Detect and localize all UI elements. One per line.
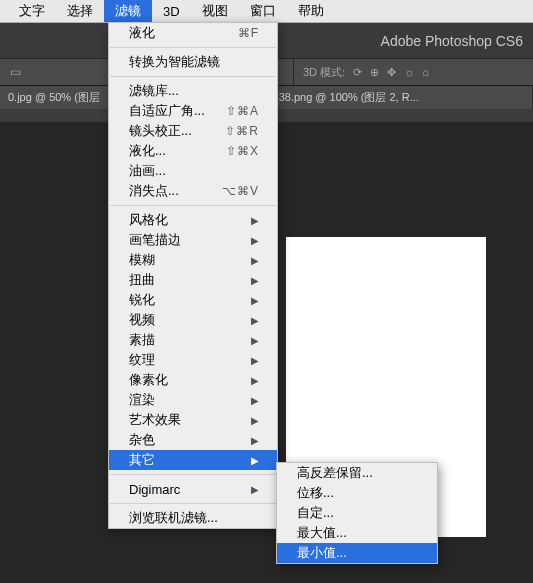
chevron-right-icon: ▶ xyxy=(251,315,259,326)
submenu-custom[interactable]: 自定... xyxy=(277,503,437,523)
menu-select[interactable]: 选择 xyxy=(56,0,104,22)
menu-item-artistic[interactable]: 艺术效果▶ xyxy=(109,410,277,430)
menu-item-vanishing[interactable]: 消失点...⌥⌘V xyxy=(109,181,277,201)
chevron-right-icon: ▶ xyxy=(251,455,259,466)
menu-item-liquify[interactable]: 液化...⇧⌘X xyxy=(109,141,277,161)
separator xyxy=(110,76,276,77)
chevron-right-icon: ▶ xyxy=(251,484,259,495)
menu-window[interactable]: 窗口 xyxy=(239,0,287,22)
menu-help[interactable]: 帮助 xyxy=(287,0,335,22)
menu-item-distort[interactable]: 扭曲▶ xyxy=(109,270,277,290)
menu-item-last-filter[interactable]: 液化 ⌘F xyxy=(109,23,277,43)
submenu-offset[interactable]: 位移... xyxy=(277,483,437,503)
light-icon[interactable]: ☼ xyxy=(404,66,414,78)
separator xyxy=(110,474,276,475)
menu-item-brush[interactable]: 画笔描边▶ xyxy=(109,230,277,250)
chevron-right-icon: ▶ xyxy=(251,435,259,446)
camera-icon[interactable]: ⌂ xyxy=(422,66,429,78)
submenu-highpass[interactable]: 高反差保留... xyxy=(277,463,437,483)
chevron-right-icon: ▶ xyxy=(251,275,259,286)
tool-icon[interactable]: ▭ xyxy=(10,65,21,79)
app-title: Adobe Photoshop CS6 xyxy=(381,33,523,49)
separator xyxy=(110,205,276,206)
separator xyxy=(110,503,276,504)
menu-item-blur[interactable]: 模糊▶ xyxy=(109,250,277,270)
menu-item-digimarc[interactable]: Digimarc▶ xyxy=(109,479,277,499)
menu-item-adaptive[interactable]: 自适应广角...⇧⌘A xyxy=(109,101,277,121)
menu-item-gallery[interactable]: 滤镜库... xyxy=(109,81,277,101)
chevron-right-icon: ▶ xyxy=(251,395,259,406)
menu-item-browse-online[interactable]: 浏览联机滤镜... xyxy=(109,508,277,528)
menu-item-texture[interactable]: 纹理▶ xyxy=(109,350,277,370)
menu-item-render[interactable]: 渲染▶ xyxy=(109,390,277,410)
pan-icon[interactable]: ⊕ xyxy=(370,66,379,79)
submenu-minimum[interactable]: 最小值... xyxy=(277,543,437,563)
menu-item-smart-filter[interactable]: 转换为智能滤镜 xyxy=(109,52,277,72)
chevron-right-icon: ▶ xyxy=(251,375,259,386)
filter-menu: 液化 ⌘F 转换为智能滤镜 滤镜库... 自适应广角...⇧⌘A 镜头校正...… xyxy=(108,22,278,529)
move-icon[interactable]: ✥ xyxy=(387,66,396,79)
menu-item-lens[interactable]: 镜头校正...⇧⌘R xyxy=(109,121,277,141)
label-3d-mode: 3D 模式: xyxy=(303,65,345,80)
menu-item-sketch[interactable]: 素描▶ xyxy=(109,330,277,350)
other-submenu: 高反差保留... 位移... 自定... 最大值... 最小值... xyxy=(276,462,438,564)
menu-3d[interactable]: 3D xyxy=(152,0,191,22)
orbit-icon[interactable]: ⟳ xyxy=(353,66,362,79)
menu-item-stylize[interactable]: 风格化▶ xyxy=(109,210,277,230)
chevron-right-icon: ▶ xyxy=(251,335,259,346)
menu-text[interactable]: 文字 xyxy=(8,0,56,22)
menu-item-other[interactable]: 其它▶ xyxy=(109,450,277,470)
menu-filter[interactable]: 滤镜 xyxy=(104,0,152,22)
menu-item-pixelate[interactable]: 像素化▶ xyxy=(109,370,277,390)
menu-item-noise[interactable]: 杂色▶ xyxy=(109,430,277,450)
menu-item-oilpaint[interactable]: 油画... xyxy=(109,161,277,181)
chevron-right-icon: ▶ xyxy=(251,355,259,366)
chevron-right-icon: ▶ xyxy=(251,415,259,426)
submenu-maximum[interactable]: 最大值... xyxy=(277,523,437,543)
menu-view[interactable]: 视图 xyxy=(191,0,239,22)
chevron-right-icon: ▶ xyxy=(251,295,259,306)
menu-item-sharpen[interactable]: 锐化▶ xyxy=(109,290,277,310)
separator xyxy=(110,47,276,48)
menubar: 文字 选择 滤镜 3D 视图 窗口 帮助 xyxy=(0,0,533,23)
chevron-right-icon: ▶ xyxy=(251,255,259,266)
chevron-right-icon: ▶ xyxy=(251,235,259,246)
chevron-right-icon: ▶ xyxy=(251,215,259,226)
menu-item-video[interactable]: 视频▶ xyxy=(109,310,277,330)
doc-tab-1[interactable]: 0.jpg @ 50% (图层 xyxy=(0,86,117,109)
